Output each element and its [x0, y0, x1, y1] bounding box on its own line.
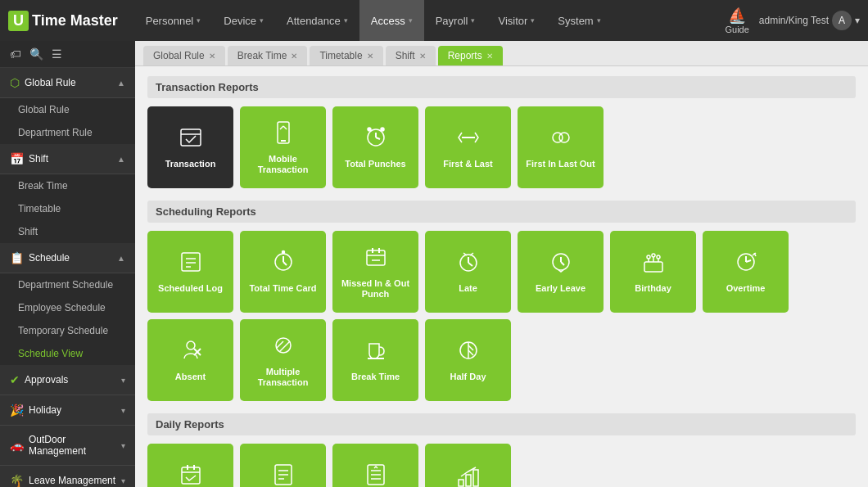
transaction-reports-section: Transaction Reports: [147, 76, 856, 98]
list-icon[interactable]: ☰: [52, 47, 62, 61]
sidebar-leave-label: Leave Management: [29, 475, 121, 486]
right-panel: Global Rule ✕ Break Time ✕ Timetable ✕ S…: [135, 41, 868, 487]
chevron-outdoor-icon: ▾: [121, 441, 125, 450]
svg-line-56: [468, 345, 473, 350]
card-total-punches[interactable]: Total Punches: [332, 106, 418, 188]
nav-attendance[interactable]: Attendance ▾: [275, 0, 359, 41]
late-icon: [455, 249, 481, 278]
user-dropdown-icon: ▾: [855, 15, 860, 26]
tab-global-rule-label: Global Rule: [153, 50, 205, 61]
card-first-in-last-out-label: First In Last Out: [526, 159, 594, 169]
tab-shift-close[interactable]: ✕: [419, 52, 426, 61]
sidebar-item-break-time[interactable]: Break Time: [0, 174, 135, 197]
card-overtime[interactable]: Overtime: [703, 231, 789, 313]
card-daily-details[interactable]: Daily Details: [240, 444, 326, 487]
card-first-in-last-out[interactable]: First In Last Out: [518, 106, 604, 188]
card-break-time[interactable]: Break Time: [332, 319, 418, 401]
chevron-shift-icon: ▲: [117, 155, 125, 164]
overtime-icon: [733, 249, 759, 278]
card-total-punches-label: Total Punches: [345, 159, 405, 169]
card-multiple-transaction[interactable]: Multiple Transaction: [240, 319, 326, 401]
daily-reports-section: Daily Reports: [147, 413, 856, 435]
card-absent[interactable]: Absent: [147, 319, 233, 401]
card-late[interactable]: Late: [425, 231, 511, 313]
svg-line-57: [468, 350, 473, 355]
card-transaction[interactable]: Transaction: [147, 106, 233, 188]
card-mobile-transaction[interactable]: Mobile Transaction: [240, 106, 326, 188]
break-time-icon: [363, 337, 389, 367]
holiday-icon: 🎉: [10, 404, 24, 417]
chevron-approvals-icon: ▾: [121, 376, 125, 385]
daily-attendance-icon: [178, 462, 204, 487]
sidebar-section-schedule[interactable]: 📋 Schedule ▲: [0, 243, 135, 273]
sidebar-item-schedule-view[interactable]: Schedule View: [0, 342, 135, 365]
card-birthday[interactable]: Birthday: [610, 231, 696, 313]
nav-payroll[interactable]: Payroll ▾: [424, 0, 487, 41]
sidebar-item-temp-schedule[interactable]: Temporary Schedule: [0, 319, 135, 342]
card-first-last[interactable]: First & Last: [425, 106, 511, 188]
sidebar: 🏷 🔍 ☰ ⬡ Global Rule ▲ Global Rule Depart…: [0, 41, 135, 487]
tab-reports-close[interactable]: ✕: [486, 52, 493, 61]
tab-break-time-label: Break Time: [237, 50, 287, 61]
sidebar-item-shift[interactable]: Shift: [0, 220, 135, 243]
tab-reports[interactable]: Reports ✕: [438, 46, 503, 65]
sidebar-section-shift[interactable]: 📅 Shift ▲: [0, 144, 135, 174]
card-scheduled-log[interactable]: Scheduled Log: [147, 231, 233, 313]
card-daily-status[interactable]: Daily Status: [425, 444, 511, 487]
early-leave-icon: [548, 249, 574, 278]
shift-icon: 📅: [10, 152, 24, 165]
daily-status-icon: [455, 462, 481, 487]
sidebar-item-global-rule[interactable]: Global Rule: [0, 98, 135, 121]
guide-label: Guide: [725, 25, 748, 34]
tab-break-time[interactable]: Break Time ✕: [228, 46, 308, 65]
nav-personnel[interactable]: Personnel ▾: [134, 0, 213, 41]
svg-point-13: [559, 133, 569, 142]
nav-access[interactable]: Access ▾: [359, 0, 424, 41]
tag-icon[interactable]: 🏷: [10, 47, 21, 61]
nav-system[interactable]: System ▾: [546, 0, 612, 41]
card-daily-attendance[interactable]: Daily Attendance: [147, 444, 233, 487]
svg-line-5: [280, 126, 283, 129]
sidebar-item-emp-schedule[interactable]: Employee Schedule: [0, 296, 135, 319]
daily-details-icon: [270, 462, 296, 487]
nav-visitor[interactable]: Visitor ▾: [486, 0, 546, 41]
total-punches-icon: [363, 124, 389, 154]
sidebar-section-approvals[interactable]: ✔ Approvals ▾: [0, 365, 135, 395]
sidebar-item-dept-schedule[interactable]: Department Schedule: [0, 273, 135, 296]
card-half-day[interactable]: Half Day: [425, 319, 511, 401]
main-content: Transaction Reports Transaction Mobile T…: [135, 66, 868, 487]
sidebar-section-holiday[interactable]: 🎉 Holiday ▾: [0, 395, 135, 426]
svg-rect-70: [459, 480, 463, 486]
tab-shift[interactable]: Shift ✕: [386, 46, 436, 65]
sidebar-item-timetable[interactable]: Timetable: [0, 197, 135, 220]
tab-reports-label: Reports: [448, 50, 482, 61]
tab-timetable-close[interactable]: ✕: [367, 52, 373, 61]
sidebar-section-global-rule[interactable]: ⬡ Global Rule ▲: [0, 68, 135, 98]
user-info[interactable]: admin/King Test A ▾: [759, 11, 860, 30]
daily-reports-grid: Daily Attendance Daily Details Daily Sum…: [147, 444, 856, 487]
tab-break-time-close[interactable]: ✕: [291, 52, 297, 61]
scheduling-reports-title: Scheduling Reports: [156, 205, 256, 218]
card-total-time-card[interactable]: Total Time Card: [240, 231, 326, 313]
first-in-last-out-icon: [548, 124, 574, 154]
search-icon[interactable]: 🔍: [29, 47, 43, 61]
card-missed-in-out[interactable]: Missed In & Out Punch: [332, 231, 418, 313]
svg-line-34: [561, 262, 564, 265]
app-logo[interactable]: U Time Master: [8, 11, 118, 31]
card-daily-summary[interactable]: Daily Summary: [332, 444, 418, 487]
first-last-icon: [455, 124, 481, 154]
svg-rect-35: [644, 262, 662, 272]
card-early-leave[interactable]: Early Leave: [518, 231, 604, 313]
svg-point-50: [276, 338, 291, 353]
nav-right: ⛵ Guide admin/King Test A ▾: [725, 7, 860, 34]
tab-shift-label: Shift: [396, 50, 415, 61]
sidebar-item-department-rule[interactable]: Department Rule: [0, 121, 135, 144]
guide-button[interactable]: ⛵ Guide: [725, 7, 748, 34]
svg-point-9: [368, 128, 371, 131]
sidebar-section-outdoor[interactable]: 🚗 OutDoor Management ▾: [0, 426, 135, 466]
tab-global-rule[interactable]: Global Rule ✕: [143, 46, 225, 65]
tab-global-rule-close[interactable]: ✕: [209, 52, 215, 61]
tab-timetable[interactable]: Timetable ✕: [310, 46, 382, 65]
sidebar-section-leave[interactable]: 🌴 Leave Management ▾: [0, 466, 135, 487]
nav-device[interactable]: Device ▾: [212, 0, 275, 41]
